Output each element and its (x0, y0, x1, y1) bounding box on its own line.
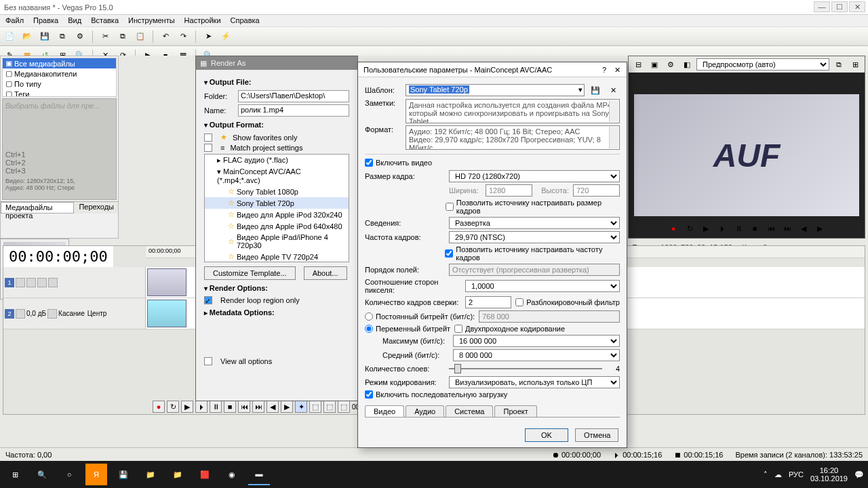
scripting-icon[interactable]: ⚡ (219, 30, 233, 43)
preview-pause-icon[interactable]: ⏸ (732, 222, 745, 235)
tab-media[interactable]: Медиафайлы проекта (1, 202, 74, 214)
record-button[interactable]: ● (153, 401, 165, 413)
format-item[interactable]: ☆ Видео Apple iPad/iPhone 4 720p30 (205, 232, 349, 251)
tool-button[interactable]: ⬚ (338, 401, 350, 413)
cbr-radio[interactable]: Постоянный битрейт (бит/c): (365, 312, 475, 321)
prev-copy-icon[interactable]: ⧉ (832, 58, 846, 71)
redo-icon[interactable]: ↷ (176, 30, 190, 43)
prev-overlay-icon[interactable]: ▣ (648, 58, 661, 71)
undo-icon[interactable]: ↶ (159, 30, 172, 43)
section-output-format[interactable]: Output Format: (204, 121, 349, 129)
touch-icon[interactable] (47, 309, 57, 319)
close-icon[interactable]: ✕ (849, 1, 865, 12)
tray-lang[interactable]: РУС (789, 470, 804, 479)
new-icon[interactable]: 📄 (3, 30, 16, 43)
menu-tools[interactable]: Инструменты (128, 16, 175, 25)
twopass-checkbox[interactable]: Двухпроходное кодирование (454, 325, 565, 333)
format-item[interactable]: ▸ FLAC аудио (*.flac) (205, 155, 349, 166)
template-combo[interactable]: Sony Tablet 720p▾ (406, 84, 585, 96)
folder-icon[interactable]: 📁 (140, 464, 161, 485)
menu-help[interactable]: Справка (231, 16, 260, 25)
snap-icon[interactable]: ➤ (201, 30, 215, 43)
preview-next-icon[interactable]: ▶ (813, 222, 827, 235)
avg-bitrate-select[interactable]: 8 000 000 (453, 349, 620, 361)
ref-frames-field[interactable] (465, 296, 511, 308)
prev-ext-icon[interactable]: ⊟ (631, 58, 645, 71)
play-button[interactable]: ▶ (181, 401, 193, 413)
render-icon[interactable]: ⧉ (56, 30, 69, 43)
folder-field[interactable]: C:\Users\Павел\Desktop\ (238, 90, 349, 102)
yandex-icon[interactable]: Я (85, 464, 107, 485)
tab-transitions[interactable]: Переходы (75, 202, 118, 214)
slices-slider[interactable] (449, 363, 602, 374)
tray-cloud-icon[interactable]: ☁ (774, 470, 782, 479)
menu-view[interactable]: Вид (68, 16, 81, 25)
loop-button[interactable]: ↻ (167, 401, 179, 413)
save-template-icon[interactable]: 💾 (589, 83, 602, 97)
next-frame-button[interactable]: ▶ (281, 401, 293, 413)
track-fx-icon[interactable] (16, 278, 25, 287)
preview-quality-select[interactable]: Предпросмотр (авто) (696, 58, 829, 70)
explorer-icon[interactable]: 📁 (167, 464, 189, 485)
ok-button[interactable]: OK (525, 428, 568, 442)
preview-play-icon[interactable]: ▶ (699, 222, 713, 235)
favorites-checkbox[interactable] (204, 134, 212, 142)
tree-bins[interactable]: ▢Медианакопители (3, 68, 116, 79)
minimize-icon[interactable]: — (814, 1, 830, 12)
preview-record-icon[interactable]: ● (667, 222, 680, 235)
framesize-select[interactable]: HD 720 (868x488) (449, 170, 620, 182)
menu-options[interactable]: Настройки (184, 16, 221, 25)
tray-up-icon[interactable]: ˄ (764, 470, 768, 479)
menu-insert[interactable]: Вставка (91, 16, 119, 25)
tree-all[interactable]: ▣Все медиафайлы (3, 58, 116, 68)
cortana-icon[interactable]: ○ (58, 464, 80, 485)
about-button[interactable]: About... (304, 266, 347, 280)
preview-end-icon[interactable]: ⏭ (781, 222, 794, 235)
edit-tool-button[interactable]: ✦ (295, 401, 307, 413)
tool-button[interactable]: ⬚ (309, 401, 321, 413)
start-button[interactable]: ⊞ (4, 464, 26, 485)
section-render-options[interactable]: Render Options: (204, 284, 349, 292)
delete-template-icon[interactable]: ✕ (606, 83, 620, 97)
name-field[interactable]: ролик 1.mp4 (238, 104, 349, 117)
track-fx-icon[interactable] (16, 309, 25, 319)
customize-template-button[interactable]: Customize Template... (204, 266, 296, 280)
vegas-taskbar-icon[interactable]: ▬ (248, 464, 270, 485)
tree-type[interactable]: ▢По типу (3, 79, 116, 89)
tab-project[interactable]: Проект (494, 405, 536, 417)
chrome-icon[interactable]: ◉ (221, 464, 243, 485)
prev-grid-icon[interactable]: ⊞ (848, 58, 862, 71)
search-taskbar-icon[interactable]: 🔍 (31, 464, 53, 485)
menu-edit[interactable]: Правка (33, 16, 58, 25)
format-item[interactable]: ☆ Видео Apple TV 720p24 (205, 251, 349, 262)
word-icon[interactable]: 💾 (113, 464, 134, 485)
media-tree[interactable]: ▣Все медиафайлы ▢Медианакопители ▢По тип… (2, 58, 117, 97)
properties-icon[interactable]: ⚙ (73, 30, 87, 43)
track-mute-icon[interactable] (26, 278, 36, 287)
cut-icon[interactable]: ✂ (98, 30, 112, 43)
format-item[interactable]: ☆ Sony Tablet 1080p (205, 186, 349, 197)
stop-button[interactable]: ■ (224, 401, 236, 413)
deblock-checkbox[interactable]: Разблокировочный фильтр (515, 298, 620, 306)
format-item[interactable]: ▾ MainConcept AVC/AAC (*.mp4;*.avc) (205, 166, 349, 186)
allow-src-fps-checkbox[interactable]: Позволить источнику настраивать частоту … (445, 245, 620, 262)
notes-field[interactable]: Данная настройка используется для создан… (406, 99, 620, 123)
fps-select[interactable]: 29,970 (NTSC) (449, 231, 620, 243)
save-icon[interactable]: 💾 (38, 30, 52, 43)
preview-stop-icon[interactable]: ■ (748, 222, 762, 235)
tree-tags[interactable]: ▢Теги (3, 89, 116, 97)
tab-audio[interactable]: Аудио (406, 405, 444, 417)
preview-play2-icon[interactable]: ⏵ (715, 222, 729, 235)
close-dialog-icon[interactable]: ✕ (612, 64, 623, 75)
tab-video[interactable]: Видео (365, 405, 404, 417)
preview-loop-icon[interactable]: ↻ (683, 222, 696, 235)
go-end-button[interactable]: ⏭ (252, 401, 264, 413)
progressive-download-checkbox[interactable]: Включить последовательную загрузку (365, 390, 507, 399)
open-icon[interactable]: 📂 (20, 30, 34, 43)
match-checkbox[interactable] (204, 144, 212, 152)
go-start-button[interactable]: ⏮ (238, 401, 250, 413)
audio-clip[interactable] (147, 300, 186, 327)
max-bitrate-select[interactable]: 16 000 000 (453, 335, 620, 347)
tool-button[interactable]: ⬚ (323, 401, 336, 413)
enable-video-checkbox[interactable]: Включить видео (365, 159, 432, 167)
